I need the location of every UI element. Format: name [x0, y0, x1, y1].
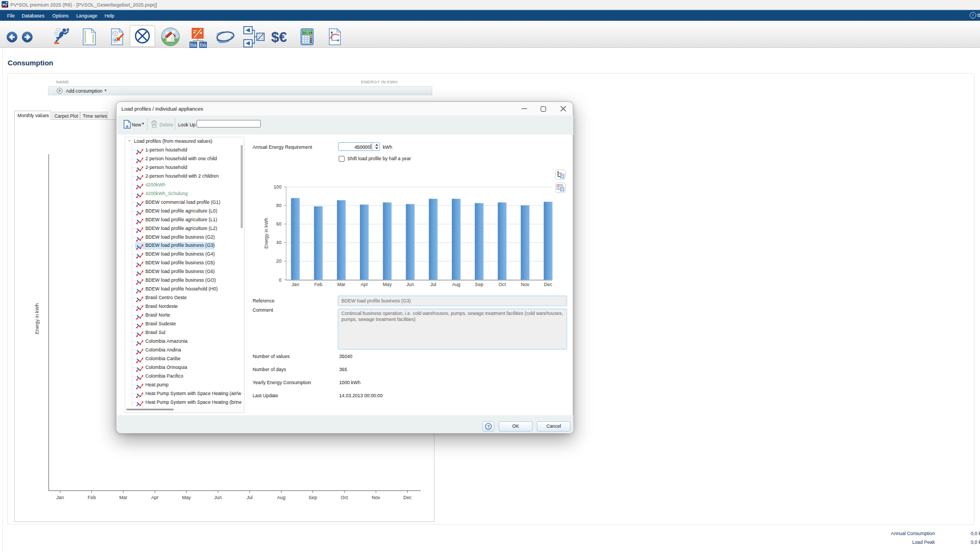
svg-text:Mar: Mar	[119, 495, 127, 500]
svg-text:?: ?	[487, 424, 489, 429]
svg-text:Oct: Oct	[341, 495, 348, 500]
svg-text:May: May	[383, 282, 392, 287]
svg-text:Sep: Sep	[309, 495, 317, 500]
svg-text:Jul: Jul	[247, 495, 253, 500]
svg-text:Sep: Sep	[475, 282, 483, 287]
svg-text:PV: PV	[2, 3, 7, 7]
svg-text:Apr: Apr	[360, 282, 368, 287]
svg-text:Mar: Mar	[337, 282, 345, 287]
svg-text:52:24: 52:24	[303, 31, 313, 35]
svg-text:Nov: Nov	[372, 495, 381, 500]
svg-text:Feb: Feb	[314, 282, 322, 287]
svg-text:20: 20	[276, 258, 281, 264]
svg-text:0: 0	[279, 277, 281, 283]
svg-text:Jun: Jun	[214, 495, 222, 500]
svg-text:Dec: Dec	[544, 282, 553, 287]
svg-text:May: May	[182, 495, 191, 500]
svg-text:40: 40	[276, 240, 281, 245]
svg-text:Energy in kWh: Energy in kWh	[264, 218, 269, 249]
svg-text:$€: $€	[271, 29, 287, 45]
svg-text:Dec: Dec	[403, 495, 412, 500]
svg-text:100: 100	[274, 184, 282, 190]
svg-text:60: 60	[276, 221, 281, 227]
svg-text:Jul: Jul	[430, 282, 436, 287]
svg-text:80: 80	[276, 203, 281, 208]
svg-text:Nov: Nov	[521, 282, 530, 287]
svg-text:Apr: Apr	[151, 495, 159, 500]
svg-text:Jan: Jan	[291, 282, 299, 287]
svg-text:Aug: Aug	[277, 495, 286, 500]
svg-text:Oct: Oct	[499, 282, 506, 287]
svg-text:Jan: Jan	[56, 495, 64, 500]
svg-text:Aug: Aug	[452, 282, 461, 287]
svg-text:Jun: Jun	[406, 282, 414, 287]
svg-text:Feb: Feb	[88, 495, 96, 500]
